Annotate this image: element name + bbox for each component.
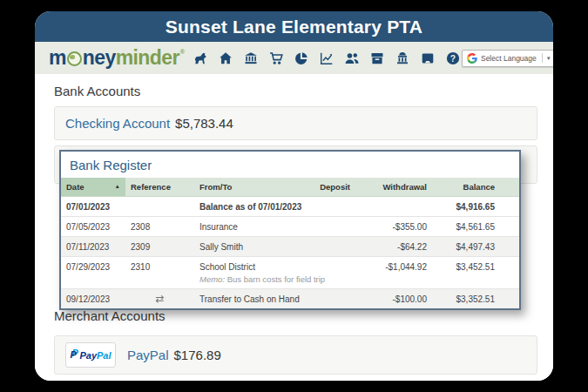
screenshot-stage: Sunset Lane Elementary PTA mneyminder® [0,0,588,392]
cell-balance: $4,497.43 [432,237,519,257]
cell-reference [125,197,194,217]
line-chart-icon[interactable] [319,50,335,66]
page-body: Bank Accounts Checking Account $5,783.44… [35,74,553,381]
horse-icon[interactable] [193,50,209,66]
cell-from-to: Balance as of 07/01/2023 [194,197,296,217]
paypal-logo-text-pay: Pay [79,350,97,361]
column-header-from-to[interactable]: From/To [194,178,296,197]
cell-reference: 2309 [125,237,194,257]
cell-from-to: School District Memo: Bus barn costs for… [194,257,296,289]
column-header-balance[interactable]: Balance [432,178,519,197]
column-header-withdrawal[interactable]: Withdrawal [355,178,432,197]
payee-name: School District [199,262,291,272]
register-row-transfer[interactable]: 09/12/2023 ⇄ Transfer to Cash on Hand -$… [61,289,519,309]
bank-accounts-heading: Bank Accounts [54,84,140,98]
bank-icon[interactable] [243,50,260,66]
cell-withdrawal: -$64.22 [355,237,432,257]
help-icon[interactable]: ? [445,50,462,66]
paypal-logo-badge: PP PayPal [65,342,116,368]
bank-register-title: Bank Register [61,152,519,178]
logo-text-money: m [49,46,66,70]
paypal-account-balance: $176.89 [174,348,221,362]
register-header-row: ▲Date Reference From/To Deposit Withdraw… [61,178,519,197]
checking-account-link[interactable]: Checking Account [65,116,170,131]
registered-trademark: ® [180,49,185,55]
organization-title-bar: Sunset Lane Elementary PTA [35,11,553,42]
cell-balance: $4,561.65 [432,217,519,237]
register-row[interactable]: 07/11/2023 2309 Sally Smith -$64.22 $4,4… [61,237,519,257]
home-icon[interactable] [218,50,234,66]
register-row[interactable]: 07/29/2023 2310 School District Memo: Bu… [61,257,519,289]
logo-text-ney: ney [83,46,116,70]
cell-date: 09/12/2023 [61,289,125,309]
merchant-accounts-heading: Merchant Accounts [54,308,166,323]
register-row-opening-balance[interactable]: 07/01/2023 Balance as of 07/01/2023 $4,9… [61,197,519,217]
moneyminder-logo[interactable]: mneyminder® [49,46,185,70]
cell-withdrawal: -$100.00 [355,289,432,309]
cell-reference: ⇄ [125,289,194,309]
cart-icon[interactable] [268,50,285,66]
cell-balance: $4,916.65 [432,197,519,217]
archive-icon[interactable] [369,50,386,66]
checking-account-row: Checking Account $5,783.44 [54,106,537,140]
svg-text:?: ? [450,53,456,63]
chevron-down-icon: ▼ [546,56,551,61]
cell-reference: 2308 [125,217,194,237]
cell-from-to: Transfer to Cash on Hand [194,289,296,309]
google-g-icon [467,53,477,64]
cell-date: 07/29/2023 [61,257,125,289]
cell-deposit [296,217,355,237]
paypal-logo-text-pal: Pal [97,350,112,361]
pie-chart-icon[interactable] [294,50,310,66]
cell-balance: $3,352.51 [432,289,519,309]
users-icon[interactable] [344,50,361,66]
cell-from-to: Sally Smith [194,237,296,257]
cell-withdrawal [355,197,432,217]
organization-title: Sunset Lane Elementary PTA [166,17,422,37]
sort-ascending-icon: ▲ [115,183,120,189]
register-row[interactable]: 07/05/2023 2308 Insurance -$355.00 $4,56… [61,217,519,237]
checking-account-balance: $5,783.44 [175,116,233,131]
paypal-account-link[interactable]: PayPal [127,348,169,362]
app-window: Sunset Lane Elementary PTA mneyminder® [35,11,553,381]
cell-date: 07/01/2023 [61,197,125,217]
main-toolbar: mneyminder® [35,42,553,74]
cell-from-to: Insurance [194,217,296,237]
cell-withdrawal: -$1,044.92 [355,257,432,289]
bank-register-popup: Bank Register ▲Date Reference From/To De… [59,150,521,310]
language-selector-label: Select Language [481,54,537,63]
cell-deposit [296,197,355,217]
capitol-icon[interactable] [395,50,411,66]
cell-deposit [296,237,355,257]
column-header-deposit[interactable]: Deposit [296,178,355,197]
cell-date: 07/05/2023 [61,217,125,237]
globe-icon [67,51,82,66]
toolbar-nav-icons: ? [193,50,462,66]
transfer-icon: ⇄ [155,293,164,305]
paypal-p-icon: PP [70,349,78,362]
column-header-date[interactable]: ▲Date [61,178,125,197]
column-header-reference[interactable]: Reference [125,178,194,197]
cell-reference: 2310 [125,257,194,289]
language-selector[interactable]: Select Language ▼ [462,50,553,67]
cell-date: 07/11/2023 [61,237,125,257]
inbox-icon[interactable] [420,50,436,66]
logo-text-minder: minder [116,46,179,70]
cell-withdrawal: -$355.00 [355,217,432,237]
paypal-account-row: PP PayPal PayPal $176.89 [54,335,537,375]
divider [542,53,543,63]
memo-line: Memo: Bus barn costs for field trip [199,274,291,284]
bank-register-table: ▲Date Reference From/To Deposit Withdraw… [61,178,519,308]
cell-deposit [296,289,355,309]
cell-balance: $3,452.51 [432,257,519,289]
